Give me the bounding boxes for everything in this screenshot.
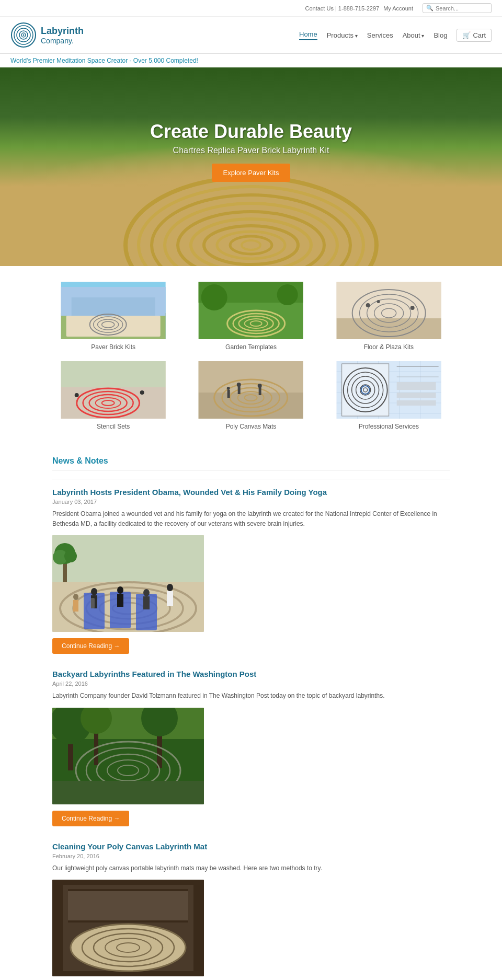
news-body-2: Labyrinth Company founder David Tolzmann… bbox=[52, 691, 450, 701]
hero-section: Create Durable Beauty Chartres Replica P… bbox=[0, 67, 502, 266]
contact-link[interactable]: Contact Us | 1-888-715-2297 bbox=[305, 5, 379, 11]
product-item-professional[interactable]: Professional Services bbox=[328, 361, 450, 430]
news-section: News & Notes Labyrinth Hosts President O… bbox=[0, 446, 502, 980]
hero-subtitle: Chartres Replica Paver Brick Labyrinth K… bbox=[150, 146, 352, 155]
svg-point-42 bbox=[366, 303, 370, 307]
svg-rect-112 bbox=[117, 594, 123, 607]
svg-point-111 bbox=[117, 586, 123, 594]
svg-rect-143 bbox=[68, 889, 188, 891]
product-img-paver bbox=[52, 282, 174, 339]
news-article-2: Backyard Labyrinths Featured in The Wash… bbox=[52, 670, 450, 826]
svg-rect-132 bbox=[52, 781, 204, 804]
nav-products[interactable]: Products bbox=[327, 31, 358, 39]
nav-home[interactable]: Home bbox=[299, 30, 317, 40]
news-img-2 bbox=[52, 708, 204, 804]
svg-rect-65 bbox=[259, 387, 261, 395]
product-grid: Paver Brick Kits Garden Templates bbox=[0, 266, 502, 446]
svg-point-64 bbox=[237, 383, 241, 387]
nav-blog[interactable]: Blog bbox=[433, 31, 447, 39]
logo-text: Labyrinth Company. bbox=[41, 26, 84, 45]
svg-rect-67 bbox=[227, 390, 230, 398]
cart-icon: 🛒 bbox=[462, 31, 471, 39]
product-img-professional bbox=[328, 361, 450, 419]
news-date-1: January 03, 2017 bbox=[52, 499, 450, 505]
main-nav: Home Products Services About Blog 🛒 Cart bbox=[299, 29, 492, 42]
product-label-stencil: Stencil Sets bbox=[52, 423, 174, 430]
product-item-stencil[interactable]: Stencil Sets bbox=[52, 361, 174, 430]
top-bar: Contact Us | 1-888-715-2297 My Account 🔍 bbox=[0, 0, 502, 17]
logo-line1: Labyrinth bbox=[41, 26, 84, 37]
svg-point-14 bbox=[230, 236, 272, 254]
nav-services[interactable]: Services bbox=[367, 31, 393, 39]
polymat-image bbox=[190, 361, 312, 419]
svg-rect-91 bbox=[396, 393, 436, 398]
svg-rect-92 bbox=[396, 400, 436, 406]
svg-point-113 bbox=[143, 589, 150, 596]
product-item-garden[interactable]: Garden Templates bbox=[190, 282, 312, 351]
news-img-3 bbox=[52, 880, 204, 976]
hero-title: Create Durable Beauty bbox=[150, 121, 352, 143]
svg-point-5 bbox=[23, 34, 25, 36]
news-title-3[interactable]: Cleaning Your Poly Canvas Labyrinth Mat bbox=[52, 842, 450, 851]
product-label-floor: Floor & Plaza Kits bbox=[328, 343, 450, 351]
svg-rect-47 bbox=[61, 361, 166, 387]
search-input[interactable] bbox=[436, 5, 488, 11]
yoga-image bbox=[52, 535, 204, 632]
svg-point-54 bbox=[140, 390, 144, 395]
product-label-professional: Professional Services bbox=[328, 423, 450, 430]
svg-point-99 bbox=[64, 550, 77, 562]
svg-rect-116 bbox=[167, 591, 173, 606]
svg-point-66 bbox=[258, 384, 262, 388]
account-link[interactable]: My Account bbox=[383, 5, 413, 11]
product-item-polymat[interactable]: Poly Canvas Mats bbox=[190, 361, 312, 430]
svg-rect-20 bbox=[72, 297, 155, 316]
cart-button[interactable]: 🛒 Cart bbox=[457, 29, 492, 42]
news-body-3: Our lightweight poly canvas portable lab… bbox=[52, 863, 450, 873]
professional-image bbox=[328, 361, 450, 419]
product-img-garden bbox=[190, 282, 312, 339]
mat-image bbox=[52, 880, 204, 976]
svg-rect-63 bbox=[238, 386, 241, 394]
logo[interactable]: Labyrinth Company. bbox=[10, 22, 84, 48]
tagline: World's Premier Meditation Space Creator… bbox=[0, 54, 502, 67]
read-more-btn-1[interactable]: Continue Reading → bbox=[52, 638, 129, 654]
svg-rect-142 bbox=[68, 890, 188, 921]
stencil-image bbox=[52, 361, 174, 419]
svg-point-15 bbox=[242, 240, 260, 250]
product-img-polymat bbox=[190, 361, 312, 419]
news-title-2[interactable]: Backyard Labyrinths Featured in The Wash… bbox=[52, 670, 450, 678]
product-label-polymat: Poly Canvas Mats bbox=[190, 423, 312, 430]
cart-label: Cart bbox=[473, 31, 486, 39]
svg-rect-118 bbox=[73, 600, 78, 612]
news-img-1 bbox=[52, 535, 204, 632]
hero-cta-button[interactable]: Explore Paver Kits bbox=[212, 164, 291, 182]
svg-rect-114 bbox=[143, 596, 150, 609]
svg-point-43 bbox=[410, 306, 414, 310]
search-box: 🔍 bbox=[423, 3, 492, 13]
floor-image bbox=[328, 282, 450, 339]
garden-image bbox=[190, 282, 312, 339]
news-title-1[interactable]: Labyrinth Hosts President Obama, Wounded… bbox=[52, 488, 450, 497]
product-label-paver: Paver Brick Kits bbox=[52, 343, 174, 351]
news-article-1: Labyrinth Hosts President Obama, Wounded… bbox=[52, 488, 450, 654]
backyard-image bbox=[52, 708, 204, 804]
svg-point-53 bbox=[75, 393, 79, 397]
search-icon: 🔍 bbox=[426, 5, 433, 11]
product-item-floor[interactable]: Floor & Plaza Kits bbox=[328, 282, 450, 351]
paver-image bbox=[52, 282, 174, 339]
news-article-3: Cleaning Your Poly Canvas Labyrinth Mat … bbox=[52, 842, 450, 976]
svg-rect-90 bbox=[396, 382, 436, 390]
product-img-floor bbox=[328, 282, 450, 339]
read-more-btn-2[interactable]: Continue Reading → bbox=[52, 811, 129, 826]
logo-line2: Company. bbox=[41, 37, 84, 45]
news-date-3: February 20, 2016 bbox=[52, 853, 450, 859]
news-heading: News & Notes bbox=[52, 456, 450, 470]
svg-rect-110 bbox=[90, 598, 95, 608]
svg-point-115 bbox=[167, 584, 173, 591]
svg-point-27 bbox=[201, 284, 227, 310]
product-img-stencil bbox=[52, 361, 174, 419]
svg-rect-80 bbox=[341, 364, 389, 416]
logo-icon bbox=[10, 22, 37, 48]
nav-about[interactable]: About bbox=[403, 31, 425, 39]
product-item-paver[interactable]: Paver Brick Kits bbox=[52, 282, 174, 351]
